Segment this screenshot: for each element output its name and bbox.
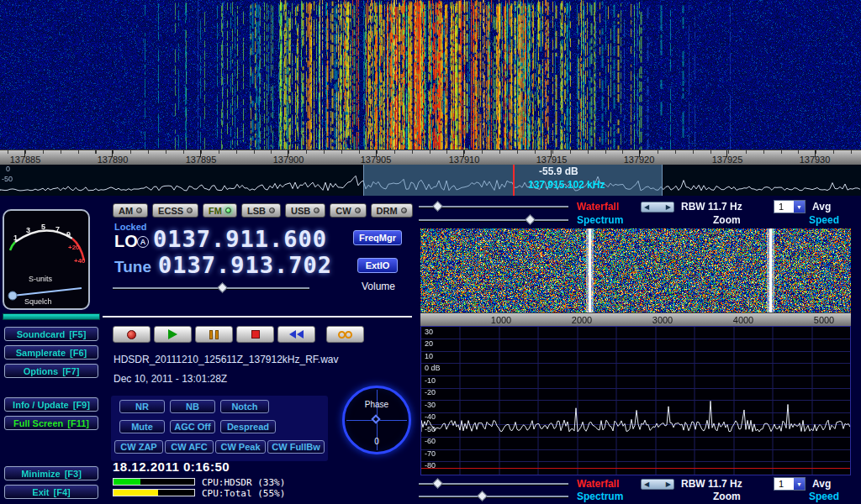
tune-frequency-display[interactable]: 0137.913.702 — [158, 252, 332, 278]
slider-thumb[interactable] — [477, 491, 488, 501]
chevron-down-icon[interactable]: ▼ — [794, 478, 805, 490]
avg-select[interactable]: 1 ▼ — [774, 200, 806, 213]
cw-peak-button[interactable]: CW Peak — [215, 440, 266, 454]
lo-frequency-display[interactable]: 0137.911.600 — [153, 226, 327, 252]
af-spectrum-canvas[interactable] — [421, 327, 850, 475]
extio-button[interactable]: ExtIO — [357, 258, 398, 273]
meter-tick: 1 — [13, 234, 18, 242]
mode-label: LSB — [247, 206, 266, 216]
minimize-button[interactable]: Minimize [F3] — [4, 466, 98, 480]
avg-label-bottom: Avg — [812, 478, 831, 490]
loop-button[interactable] — [326, 326, 364, 343]
mode-ecss-button[interactable]: ECSS — [152, 203, 198, 218]
pan-left-arrow[interactable]: ◀ — [644, 204, 649, 211]
pan-right-arrow[interactable]: ▶ — [666, 481, 671, 488]
pan-scrollbar-bottom[interactable]: ◀ ▶ — [641, 479, 674, 490]
stop-button[interactable] — [236, 326, 274, 343]
button-hotkey: [F5] — [69, 329, 86, 339]
mode-usb-button[interactable]: USB — [285, 203, 325, 218]
freqmgr-button[interactable]: FreqMgr — [353, 230, 402, 245]
mode-lsb-button[interactable]: LSB — [241, 203, 281, 218]
pause-button[interactable] — [195, 326, 233, 343]
button-label: ExtIO — [366, 260, 390, 270]
waterfall-tab-bottom[interactable]: Waterfall — [577, 478, 619, 490]
mode-fm-button[interactable]: FM — [203, 203, 237, 218]
transport-controls — [113, 326, 364, 343]
button-label: CW Peak — [220, 442, 260, 452]
divider-line — [103, 316, 412, 318]
main-spectrum-strip[interactable]: 0 -50 -55.9 dB 137.915.102 kHz — [0, 165, 861, 196]
meter-tick: 3 — [26, 226, 30, 234]
cpu-hdsdr-fill — [114, 479, 140, 485]
auto-badge[interactable]: A — [137, 236, 149, 248]
cpu-total-label: CPU:Total (55%) — [202, 488, 285, 499]
avg-select-value: 1 — [774, 479, 794, 489]
mode-drm-button[interactable]: DRM — [371, 203, 413, 218]
mute-button[interactable]: Mute — [119, 420, 165, 433]
pan-right-arrow[interactable]: ▶ — [666, 204, 671, 211]
mode-am-button[interactable]: AM — [113, 203, 148, 218]
avg-select-bottom[interactable]: 1 ▼ — [774, 477, 806, 491]
mode-led — [136, 207, 142, 213]
db-tick-label: -70 — [425, 449, 436, 458]
button-label: CW ZAP — [120, 442, 156, 452]
s-units-label: S-units — [29, 275, 52, 283]
loop-icon — [345, 331, 352, 339]
record-button[interactable] — [113, 326, 151, 343]
spectrum-gain-slider[interactable] — [419, 215, 568, 225]
agc-off-button[interactable]: AGC Off — [170, 420, 215, 433]
waterfall-tab[interactable]: Waterfall — [577, 201, 619, 213]
mode-label: ECSS — [158, 206, 183, 216]
despread-button[interactable]: Despread — [220, 420, 276, 433]
af-waterfall[interactable] — [420, 228, 851, 312]
spectrum-tab-bottom[interactable]: Spectrum — [577, 491, 623, 502]
nb-button[interactable]: NB — [170, 400, 215, 413]
meter-tick: 9 — [66, 230, 71, 239]
rewind-button[interactable] — [277, 326, 315, 343]
pause-icon — [215, 330, 219, 339]
exit-button[interactable]: Exit [F4] — [4, 485, 98, 499]
rbw-label: RBW 11.7 Hz — [681, 201, 742, 213]
freq-tick-label: 137910 — [449, 155, 480, 165]
slider-thumb[interactable] — [432, 201, 443, 212]
frequency-scale[interactable]: 137885 137890 137895 137900 137905 13791… — [0, 150, 861, 165]
chevron-down-icon[interactable]: ▼ — [794, 201, 805, 213]
af-spectrum[interactable]: 30 20 10 0 dB -10 -20 -30 -40 -50 -60 -7… — [420, 326, 851, 475]
mode-label: CW — [335, 206, 351, 216]
waterfall-contrast-slider-bottom[interactable] — [419, 479, 568, 489]
button-label: Full Screen — [13, 418, 63, 428]
notch-button[interactable]: Notch — [220, 400, 269, 413]
hdsdr-window: 137885 137890 137895 137900 137905 13791… — [0, 0, 861, 504]
spectrum-tab[interactable]: Spectrum — [577, 214, 623, 226]
pan-scrollbar[interactable]: ◀ ▶ — [641, 202, 674, 213]
af-frequency-scale[interactable]: 1000 2000 3000 4000 5000 — [420, 312, 851, 326]
mode-cw-button[interactable]: CW — [330, 203, 366, 218]
main-waterfall[interactable] — [0, 0, 861, 150]
samplerate-button[interactable]: Samplerate [F6] — [4, 345, 98, 360]
fullscreen-button[interactable]: Full Screen [F11] — [4, 416, 98, 430]
options-button[interactable]: Options [F7] — [4, 364, 98, 378]
db-axis-label: -50 — [2, 175, 13, 183]
soundcard-button[interactable]: Soundcard [F5] — [4, 327, 98, 341]
phase-dial[interactable]: Phase 0 — [342, 386, 411, 454]
slider-thumb[interactable] — [217, 282, 228, 293]
cw-zap-button[interactable]: CW ZAP — [114, 440, 163, 454]
slider-thumb[interactable] — [432, 478, 443, 489]
freq-tick-label: 137915 — [536, 155, 568, 165]
waterfall-contrast-slider[interactable] — [419, 202, 568, 212]
pan-left-arrow[interactable]: ◀ — [644, 481, 649, 488]
spectrum-gain-slider-bottom[interactable] — [419, 491, 568, 501]
mode-led — [401, 207, 407, 213]
cw-afc-button[interactable]: CW AFC — [165, 440, 214, 454]
freq-tick-label: 137890 — [98, 155, 129, 165]
button-label: Minimize — [21, 469, 60, 479]
speed-label: Speed — [809, 214, 839, 226]
slider-thumb[interactable] — [525, 214, 536, 225]
button-label: Info / Update — [13, 400, 69, 410]
info-update-button[interactable]: Info / Update [F9] — [4, 397, 98, 412]
cw-fullbw-button[interactable]: CW FullBw — [267, 440, 325, 454]
play-button[interactable] — [154, 326, 192, 343]
button-label: Notch — [231, 402, 257, 412]
volume-slider[interactable] — [113, 283, 309, 293]
nr-button[interactable]: NR — [119, 400, 165, 413]
